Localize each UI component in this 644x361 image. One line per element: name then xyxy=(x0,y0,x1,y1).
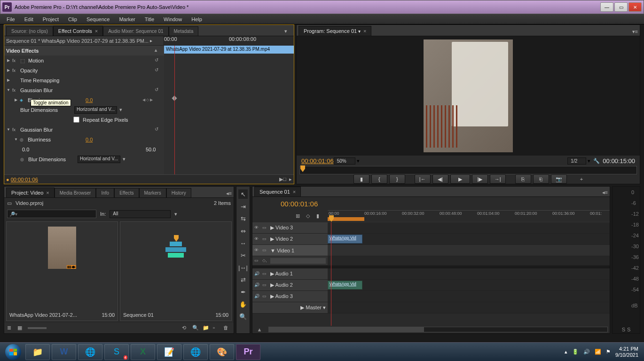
repeat-edge-checkbox[interactable] xyxy=(73,117,79,123)
slip-tool[interactable]: |↔| xyxy=(238,263,248,272)
goto-in-button[interactable]: |← xyxy=(415,174,431,184)
minimize-button[interactable]: — xyxy=(600,2,613,12)
program-monitor[interactable] xyxy=(297,36,640,156)
taskbar-word[interactable]: W xyxy=(52,344,76,360)
param-blurriness-2[interactable]: ▼◎Blurriness0.0 xyxy=(4,134,164,144)
ec-keyframe-area[interactable]: WhatsApp Video 2021-07-29 at 12.38.35 PM… xyxy=(164,46,294,174)
goto-out-button[interactable]: →| xyxy=(490,174,506,184)
step-fwd-button[interactable]: |▶ xyxy=(472,174,488,184)
track-lanes[interactable]: WhatsApp Vid WhatsApp Vid xyxy=(328,222,610,326)
tab-source[interactable]: Source: (no clips) xyxy=(6,26,53,36)
scrollbar-thumb[interactable] xyxy=(269,327,424,332)
timeline-timecode[interactable]: 00:00:01:06 xyxy=(281,200,318,208)
pen-tool[interactable]: ✒ xyxy=(238,287,248,297)
track-header-a1[interactable]: 🔊▭▶ Audio 1 xyxy=(252,268,328,280)
timeline-playhead[interactable] xyxy=(331,222,331,326)
taskbar-excel[interactable]: X xyxy=(131,344,155,360)
menu-file[interactable]: File xyxy=(3,16,19,23)
lift-button[interactable]: ⎘ xyxy=(515,174,531,184)
keyframe-nav[interactable]: ◀ ◇ ▶ xyxy=(142,98,153,102)
system-clock[interactable]: 4:21 PM9/10/2021 xyxy=(615,346,638,358)
panel-menu-icon[interactable]: ▾≡ xyxy=(632,29,638,34)
ec-timeline-header[interactable]: 00:00 00:00:08:00 xyxy=(163,36,294,45)
auto-match-icon[interactable]: ⟲ xyxy=(182,325,189,331)
close-icon[interactable]: × xyxy=(293,189,296,195)
scrub-playhead[interactable] xyxy=(300,165,305,172)
collapse-icon[interactable]: ▴ xyxy=(155,47,162,54)
panel-menu-icon[interactable]: ◂≡ xyxy=(226,190,232,196)
slide-tool[interactable]: ⇄ xyxy=(238,275,248,284)
step-back-button[interactable]: ◀| xyxy=(432,174,448,184)
track-header-a3[interactable]: 🔊▭▶ Audio 3 xyxy=(252,291,328,302)
razor-tool[interactable]: ✂ xyxy=(238,251,248,260)
lane-a3[interactable] xyxy=(328,291,610,302)
timeline-ruler[interactable]: 00:00 00:00:16:00 00:00:32:00 00:00:48:0… xyxy=(328,210,610,222)
solo-left[interactable]: S xyxy=(622,327,625,332)
lane-a1[interactable] xyxy=(328,268,610,280)
close-button[interactable]: ✕ xyxy=(628,2,642,12)
taskbar-explorer[interactable]: 📁 xyxy=(25,344,50,360)
new-item-icon[interactable]: ▫ xyxy=(213,325,220,331)
slider-row[interactable]: 0.050.0 xyxy=(4,144,164,154)
tray-network-icon[interactable]: 📶 xyxy=(595,349,601,355)
tray-volume-icon[interactable]: 🔊 xyxy=(583,349,590,355)
bin-item-clip[interactable]: ▮▮◀▶ WhatsApp Video 2021-07-2...15:00 xyxy=(6,221,118,321)
fx-motion[interactable]: ▶fx⬚Motion↺ xyxy=(4,55,164,65)
param-blur-dimensions[interactable]: Blur DimensionsHorizontal and V...▾ xyxy=(4,105,164,115)
add-button-icon[interactable]: + xyxy=(580,176,583,182)
new-bin-icon[interactable]: 📁 xyxy=(203,325,210,331)
track-header-a2[interactable]: 🔊▭▶ Audio 2 xyxy=(252,280,328,291)
fx-gaussian-blur-1[interactable]: ▼fxGaussian Blur↺ xyxy=(4,85,164,95)
param-repeat-edge[interactable]: Repeat Edge Pixels xyxy=(4,115,164,125)
taskbar-skype[interactable]: S4 xyxy=(104,344,129,360)
blur-dim-dropdown[interactable]: Horizontal and V... xyxy=(74,106,117,114)
rate-stretch-tool[interactable]: ↔ xyxy=(238,238,248,248)
reset-icon[interactable]: ↺ xyxy=(155,57,162,64)
reset-icon[interactable]: ↺ xyxy=(155,67,162,74)
rolling-edit-tool[interactable]: ⇔ xyxy=(238,226,248,235)
start-button[interactable] xyxy=(2,344,24,361)
tab-effect-controls[interactable]: Effect Controls× xyxy=(53,26,103,36)
export-frame-button[interactable]: 📷 xyxy=(551,174,567,184)
track-select-tool[interactable]: ⇥ xyxy=(238,202,248,211)
wrench-icon[interactable]: 🔧 xyxy=(593,158,600,164)
project-search-input[interactable] xyxy=(7,210,96,218)
track-header-v1-sub[interactable]: ▭◇, xyxy=(252,256,328,266)
tab-program[interactable]: Program: Sequence 01 ▾× xyxy=(298,26,371,36)
lane-v1[interactable] xyxy=(328,245,610,256)
lane-a2[interactable]: WhatsApp Vid xyxy=(328,280,610,291)
lane-v3[interactable] xyxy=(328,222,610,234)
zoom-dropdown[interactable]: 50% xyxy=(334,157,355,165)
tab-audio-mixer[interactable]: Audio Mixer: Sequence 01 xyxy=(103,26,168,36)
lane-master[interactable] xyxy=(328,302,610,314)
track-header-v1[interactable]: 👁▭▼ Video 1 xyxy=(252,245,328,256)
add-marker-button[interactable]: ▮ xyxy=(353,174,369,184)
reset-icon[interactable]: ↺ xyxy=(155,126,162,133)
maximize-button[interactable]: ▭ xyxy=(614,2,628,12)
menu-window[interactable]: Window xyxy=(160,16,186,23)
icon-view-icon[interactable]: ▦ xyxy=(17,325,25,331)
fx-time-remapping[interactable]: ▶Time Remapping xyxy=(4,75,164,85)
clip-v2[interactable]: WhatsApp Vid xyxy=(328,235,362,243)
param-blurriness[interactable]: ▶◈Blurriness0.0◀ ◇ ▶ xyxy=(4,95,164,105)
taskbar-chrome-2[interactable]: 🌐 xyxy=(183,344,208,360)
fx-gaussian-blur-2[interactable]: ▼fxGaussian Blur↺ xyxy=(4,125,164,134)
tab-markers[interactable]: Markers xyxy=(139,188,166,197)
snap-icon[interactable]: ⊞ xyxy=(296,213,303,220)
close-icon[interactable]: × xyxy=(363,28,366,34)
blurriness-value[interactable]: 0.0 xyxy=(86,97,93,103)
selection-tool[interactable]: ↖ xyxy=(238,189,248,199)
find-icon[interactable]: 🔍 xyxy=(192,325,200,331)
menu-title[interactable]: Title xyxy=(141,16,158,23)
play-button[interactable]: ▶ xyxy=(450,174,470,184)
reset-icon[interactable]: ↺ xyxy=(155,87,162,94)
taskbar-chrome[interactable]: 🌐 xyxy=(78,344,102,360)
lane-v2[interactable]: WhatsApp Vid xyxy=(328,234,610,245)
tab-history[interactable]: History xyxy=(166,188,191,197)
menu-marker[interactable]: Marker xyxy=(115,16,139,23)
panel-menu-icon[interactable]: ▾ xyxy=(284,28,292,35)
tab-effects[interactable]: Effects xyxy=(114,188,139,197)
mark-in-button[interactable]: { xyxy=(371,174,387,184)
list-view-icon[interactable]: ≣ xyxy=(7,325,15,331)
ripple-edit-tool[interactable]: ⇆ xyxy=(238,214,248,223)
